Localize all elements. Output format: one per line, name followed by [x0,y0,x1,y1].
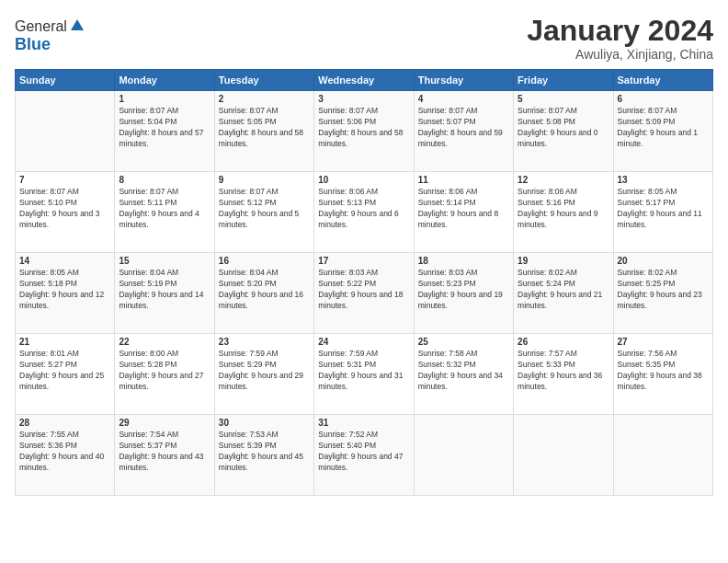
calendar-cell: 13Sunrise: 8:05 AMSunset: 5:17 PMDayligh… [613,172,712,253]
calendar-cell: 26Sunrise: 7:57 AMSunset: 5:33 PMDayligh… [514,334,613,415]
day-info: Sunrise: 8:07 AMSunset: 5:06 PMDaylight:… [318,106,409,150]
week-row-3: 14Sunrise: 8:05 AMSunset: 5:18 PMDayligh… [16,253,713,334]
day-info: Sunrise: 8:07 AMSunset: 5:09 PMDaylight:… [618,106,709,150]
calendar-cell: 29Sunrise: 7:54 AMSunset: 5:37 PMDayligh… [115,415,214,496]
day-info: Sunrise: 7:53 AMSunset: 5:39 PMDaylight:… [219,430,310,474]
weekday-header-thursday: Thursday [414,70,513,91]
day-number: 20 [618,256,709,266]
day-number: 13 [618,175,709,185]
day-number: 26 [518,337,609,347]
day-number: 1 [119,94,210,104]
logo-general-text: General [15,18,67,35]
day-number: 9 [219,175,310,185]
calendar-cell: 30Sunrise: 7:53 AMSunset: 5:39 PMDayligh… [214,415,313,496]
calendar-cell [613,415,712,496]
day-number: 8 [119,175,210,185]
calendar-cell: 20Sunrise: 8:02 AMSunset: 5:25 PMDayligh… [613,253,712,334]
day-number: 23 [219,337,310,347]
calendar-cell: 6Sunrise: 8:07 AMSunset: 5:09 PMDaylight… [613,91,712,172]
day-number: 3 [318,94,409,104]
day-info: Sunrise: 8:06 AMSunset: 5:13 PMDaylight:… [318,187,409,231]
day-number: 24 [318,337,409,347]
calendar-cell: 1Sunrise: 8:07 AMSunset: 5:04 PMDaylight… [115,91,214,172]
calendar-cell: 15Sunrise: 8:04 AMSunset: 5:19 PMDayligh… [115,253,214,334]
day-info: Sunrise: 8:02 AMSunset: 5:24 PMDaylight:… [518,268,609,312]
day-info: Sunrise: 7:59 AMSunset: 5:31 PMDaylight:… [318,349,409,393]
day-info: Sunrise: 8:00 AMSunset: 5:28 PMDaylight:… [119,349,210,393]
day-info: Sunrise: 8:01 AMSunset: 5:27 PMDaylight:… [19,349,110,393]
day-number: 5 [518,94,609,104]
day-info: Sunrise: 8:04 AMSunset: 5:20 PMDaylight:… [219,268,310,312]
calendar-cell: 11Sunrise: 8:06 AMSunset: 5:14 PMDayligh… [414,172,513,253]
calendar-cell: 25Sunrise: 7:58 AMSunset: 5:32 PMDayligh… [414,334,513,415]
header: General Blue January 2024 Awuliya, Xinji… [15,15,713,62]
day-number: 28 [19,418,110,428]
calendar-cell: 19Sunrise: 8:02 AMSunset: 5:24 PMDayligh… [514,253,613,334]
day-info: Sunrise: 8:07 AMSunset: 5:04 PMDaylight:… [119,106,210,150]
calendar-cell: 16Sunrise: 8:04 AMSunset: 5:20 PMDayligh… [214,253,313,334]
day-number: 2 [219,94,310,104]
weekday-header-friday: Friday [514,70,613,91]
day-info: Sunrise: 8:05 AMSunset: 5:18 PMDaylight:… [19,268,110,312]
week-row-5: 28Sunrise: 7:55 AMSunset: 5:36 PMDayligh… [16,415,713,496]
calendar-cell: 10Sunrise: 8:06 AMSunset: 5:13 PMDayligh… [314,172,414,253]
day-number: 10 [318,175,409,185]
weekday-header-sunday: Sunday [16,70,115,91]
title-section: January 2024 Awuliya, Xinjiang, China [527,15,713,62]
day-info: Sunrise: 7:55 AMSunset: 5:36 PMDaylight:… [19,430,110,474]
calendar-cell: 17Sunrise: 8:03 AMSunset: 5:22 PMDayligh… [314,253,414,334]
day-number: 12 [518,175,609,185]
calendar-cell: 23Sunrise: 7:59 AMSunset: 5:29 PMDayligh… [214,334,313,415]
day-info: Sunrise: 8:04 AMSunset: 5:19 PMDaylight:… [119,268,210,312]
calendar-cell: 8Sunrise: 8:07 AMSunset: 5:11 PMDaylight… [115,172,214,253]
day-info: Sunrise: 8:03 AMSunset: 5:22 PMDaylight:… [318,268,409,312]
day-info: Sunrise: 8:03 AMSunset: 5:23 PMDaylight:… [418,268,509,312]
day-number: 25 [418,337,509,347]
weekday-header-saturday: Saturday [613,70,712,91]
svg-marker-0 [71,19,84,30]
calendar-cell [514,415,613,496]
day-info: Sunrise: 8:07 AMSunset: 5:12 PMDaylight:… [219,187,310,231]
calendar-cell [414,415,513,496]
calendar-cell: 12Sunrise: 8:06 AMSunset: 5:16 PMDayligh… [514,172,613,253]
weekday-header-monday: Monday [115,70,214,91]
day-number: 7 [19,175,110,185]
calendar-cell: 18Sunrise: 8:03 AMSunset: 5:23 PMDayligh… [414,253,513,334]
day-info: Sunrise: 8:05 AMSunset: 5:17 PMDaylight:… [618,187,709,231]
calendar-cell [16,91,115,172]
calendar-cell: 5Sunrise: 8:07 AMSunset: 5:08 PMDaylight… [514,91,613,172]
day-info: Sunrise: 7:59 AMSunset: 5:29 PMDaylight:… [219,349,310,393]
calendar-cell: 14Sunrise: 8:05 AMSunset: 5:18 PMDayligh… [16,253,115,334]
calendar-cell: 24Sunrise: 7:59 AMSunset: 5:31 PMDayligh… [314,334,414,415]
week-row-4: 21Sunrise: 8:01 AMSunset: 5:27 PMDayligh… [16,334,713,415]
day-info: Sunrise: 8:02 AMSunset: 5:25 PMDaylight:… [618,268,709,312]
day-number: 30 [219,418,310,428]
month-title: January 2024 [527,15,713,47]
calendar-cell: 31Sunrise: 7:52 AMSunset: 5:40 PMDayligh… [314,415,414,496]
location: Awuliya, Xinjiang, China [527,47,713,62]
day-info: Sunrise: 8:07 AMSunset: 5:10 PMDaylight:… [19,187,110,231]
weekday-header-row: SundayMondayTuesdayWednesdayThursdayFrid… [16,70,713,91]
weekday-header-tuesday: Tuesday [214,70,313,91]
calendar-cell: 27Sunrise: 7:56 AMSunset: 5:35 PMDayligh… [613,334,712,415]
logo-blue-text: Blue [15,35,51,53]
day-number: 31 [318,418,409,428]
day-number: 14 [19,256,110,266]
day-number: 4 [418,94,509,104]
day-info: Sunrise: 8:06 AMSunset: 5:16 PMDaylight:… [518,187,609,231]
day-info: Sunrise: 8:07 AMSunset: 5:08 PMDaylight:… [518,106,609,150]
calendar-cell: 7Sunrise: 8:07 AMSunset: 5:10 PMDaylight… [16,172,115,253]
day-info: Sunrise: 8:06 AMSunset: 5:14 PMDaylight:… [418,187,509,231]
logo: General Blue [15,18,85,54]
day-info: Sunrise: 8:07 AMSunset: 5:05 PMDaylight:… [219,106,310,150]
day-info: Sunrise: 8:07 AMSunset: 5:11 PMDaylight:… [119,187,210,231]
day-info: Sunrise: 7:58 AMSunset: 5:32 PMDaylight:… [418,349,509,393]
day-info: Sunrise: 7:56 AMSunset: 5:35 PMDaylight:… [618,349,709,393]
day-number: 16 [219,256,310,266]
calendar-cell: 9Sunrise: 8:07 AMSunset: 5:12 PMDaylight… [214,172,313,253]
calendar-cell: 21Sunrise: 8:01 AMSunset: 5:27 PMDayligh… [16,334,115,415]
day-info: Sunrise: 7:54 AMSunset: 5:37 PMDaylight:… [119,430,210,474]
week-row-1: 1Sunrise: 8:07 AMSunset: 5:04 PMDaylight… [16,91,713,172]
day-number: 19 [518,256,609,266]
day-number: 15 [119,256,210,266]
